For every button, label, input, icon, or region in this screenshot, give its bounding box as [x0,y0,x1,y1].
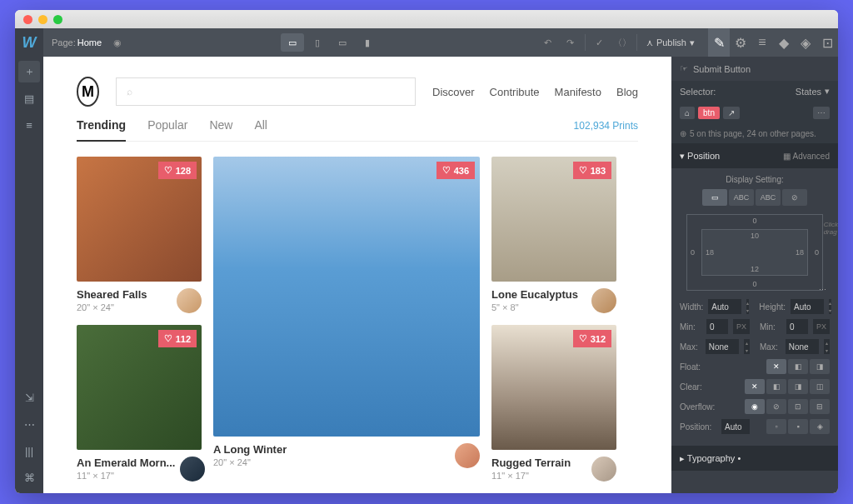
like-badge[interactable]: ♡112 [158,330,197,347]
tab-all[interactable]: All [254,118,267,140]
minimize-dot[interactable] [38,15,47,24]
card-lone-eucalyptus[interactable]: ♡183 Lone Eucalyptus 5" × 8" [491,157,616,313]
position-absolute-button[interactable]: ▪ [788,419,808,434]
clear-right-button[interactable]: ◨ [788,379,808,394]
nav-manifesto[interactable]: Manifesto [555,86,601,98]
device-mobile-icon[interactable]: ▮ [356,33,379,52]
card-emerald-morning[interactable]: ♡112 An Emerald Morn... 11" × 17" [77,325,202,482]
height-stepper[interactable]: ▴▾ [829,299,831,314]
avatar[interactable] [591,288,616,313]
float-left-button[interactable]: ◧ [788,359,808,374]
display-block-button[interactable]: ▭ [702,189,727,206]
help-icon[interactable]: ⌘ [18,467,40,488]
tab-new[interactable]: New [209,118,232,140]
max-height-input[interactable] [786,339,819,354]
display-none-button[interactable]: ⊘ [782,189,807,206]
design-canvas[interactable]: M ⌕ Discover Contribute Manifesto Blog T… [43,57,671,493]
margin-bottom[interactable]: 0 [752,280,756,288]
like-badge[interactable]: ♡128 [158,162,197,179]
min-width-unit[interactable]: PX [733,319,750,334]
undo-icon[interactable]: ↶ [538,33,558,52]
measure-icon[interactable]: ||| [18,440,40,462]
card-a-long-winter[interactable]: ♡436 A Long Winter 20" × 24" [213,157,480,482]
layout-tab-icon[interactable]: ≡ [751,28,773,57]
states-dropdown[interactable]: States▾ [796,86,830,97]
typography-section-header[interactable]: ▸ Typography • [671,447,838,471]
maximize-dot[interactable] [53,15,62,24]
float-right-button[interactable]: ◨ [810,359,830,374]
like-badge[interactable]: ♡183 [573,162,611,179]
device-desktop-icon[interactable]: ▭ [281,33,304,52]
search-input[interactable]: ⌕ [116,77,416,106]
padding-right[interactable]: 18 [796,248,804,257]
selector-tag-home[interactable]: ⌂ [680,107,695,119]
clear-none-button[interactable]: ✕ [745,379,765,394]
display-inline-block-button[interactable]: ABC [729,189,754,206]
audit-icon[interactable]: ⋯ [18,413,40,435]
pages-icon[interactable]: ▤ [18,87,40,109]
max-width-stepper[interactable]: ▴▾ [744,339,750,354]
like-badge[interactable]: ♡312 [573,330,611,347]
export-icon[interactable]: ⇲ [18,387,40,408]
min-height-unit[interactable]: PX [813,319,830,334]
card-sheared-falls[interactable]: ♡128 Sheared Falls 20" × 24" [77,157,202,313]
overflow-visible-button[interactable]: ◉ [745,399,765,414]
code-icon[interactable]: 〈〉 [612,33,632,52]
redo-icon[interactable]: ↷ [561,33,581,52]
publish-button[interactable]: ⋏ Publish ▾ [641,37,700,48]
float-none-button[interactable]: ✕ [766,359,786,374]
preview-icon[interactable]: ◉ [113,37,122,48]
position-section-header[interactable]: ▾ Position ▦ Advanced [671,144,838,168]
selector-menu-icon[interactable]: ⋯ [813,107,830,119]
page-name[interactable]: Home [77,37,102,47]
card-rugged-terrain[interactable]: ♡312 Rugged Terrain 11" × 17" [491,325,616,482]
margin-left[interactable]: 0 [691,248,695,257]
close-dot[interactable] [23,15,32,24]
check-icon[interactable]: ✓ [590,33,610,52]
padding-top[interactable]: 10 [751,232,759,240]
display-inline-button[interactable]: ABC [756,189,781,206]
height-input[interactable] [791,299,824,314]
selector-tag-btn[interactable]: btn [698,107,720,119]
overflow-scroll-button[interactable]: ⊡ [788,399,808,414]
device-tablet-icon[interactable]: ▯ [306,33,329,52]
avatar[interactable] [591,457,616,482]
overflow-hidden-button[interactable]: ⊘ [766,399,786,414]
tab-trending[interactable]: Trending [77,118,126,142]
max-width-input[interactable] [706,339,739,354]
like-badge[interactable]: ♡436 [436,162,475,179]
min-height-input[interactable] [786,319,808,334]
selector-tag-inherit[interactable]: ↗ [723,107,740,119]
position-relative-button[interactable]: ▫ [766,419,786,434]
webflow-logo[interactable]: W [17,31,41,54]
interactions-tab-icon[interactable]: ◆ [773,28,795,57]
site-logo[interactable]: M [77,77,99,107]
clear-left-button[interactable]: ◧ [766,379,786,394]
position-input[interactable] [721,419,750,434]
add-element-icon[interactable]: ＋ [18,61,40,82]
margin-right[interactable]: 0 [815,248,819,257]
overflow-auto-button[interactable]: ⊟ [810,399,830,414]
avatar[interactable] [177,288,202,313]
padding-bottom[interactable]: 12 [751,265,759,273]
style-tab-icon[interactable]: ✎ [708,28,730,57]
padding-left[interactable]: 18 [706,248,714,257]
box-menu-icon[interactable]: ⋯ [819,286,826,294]
max-height-stepper[interactable]: ▴▾ [824,339,830,354]
box-model[interactable]: 0 0 0 0 10 12 18 18 [686,214,823,291]
clear-both-button[interactable]: ◫ [810,379,830,394]
tab-popular[interactable]: Popular [147,118,187,140]
device-tablet-landscape-icon[interactable]: ▭ [331,33,354,52]
nav-discover[interactable]: Discover [432,86,475,98]
avatar[interactable] [455,443,480,468]
position-fixed-button[interactable]: ◈ [810,419,830,434]
cms-icon[interactable]: ≡ [18,114,40,136]
width-stepper[interactable]: ▴▾ [746,299,749,314]
width-input[interactable] [708,299,741,314]
settings-tab-icon[interactable]: ⚙ [730,28,751,57]
nav-contribute[interactable]: Contribute [490,86,540,98]
navigator-tab-icon[interactable]: ⊡ [816,28,838,57]
assets-tab-icon[interactable]: ◈ [795,28,816,57]
margin-top[interactable]: 0 [752,217,756,225]
nav-blog[interactable]: Blog [616,86,638,98]
